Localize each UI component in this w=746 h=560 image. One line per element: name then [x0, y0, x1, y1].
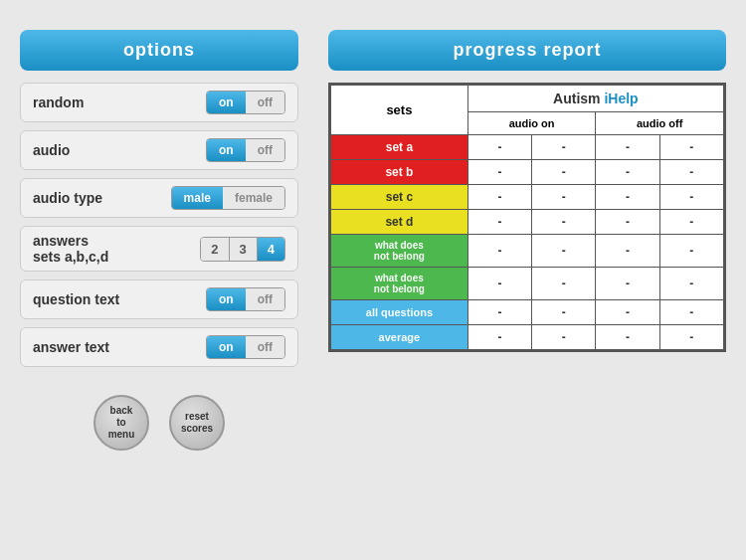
answers-2-button[interactable]: 2 — [201, 238, 229, 261]
table-row-all_questions: all questions---- — [331, 300, 724, 325]
audio-label: audio — [33, 142, 206, 158]
answer-text-on-button[interactable]: on — [207, 336, 246, 358]
set-label-set_a: set a — [331, 135, 468, 160]
set-label-set_c: set c — [331, 185, 468, 210]
back-to-menu-button[interactable]: back to menu — [93, 395, 149, 451]
answer-text-label: answer text — [33, 339, 206, 355]
audio-type-label: audio type — [33, 190, 171, 206]
score-cell-set_b-1: - — [532, 160, 596, 185]
answer-text-off-button[interactable]: off — [246, 336, 284, 358]
table-row-set_c: set c---- — [331, 185, 724, 210]
score-cell-set_c-3: - — [659, 185, 723, 210]
score-cell-set_a-3: - — [659, 135, 723, 160]
progress-table: sets Autism iHelp audio on audio off set… — [330, 85, 724, 350]
answer-text-row: answer text on off — [20, 327, 298, 367]
score-cell-set_d-1: - — [532, 210, 596, 235]
score-cell-what_does_not_belong_1-2: - — [596, 235, 659, 268]
answers-4-button[interactable]: 4 — [258, 238, 284, 261]
random-row: random on off — [20, 83, 298, 122]
score-cell-set_d-0: - — [467, 210, 531, 235]
audio-on-button[interactable]: on — [207, 139, 246, 161]
set-label-what_does_not_belong_2: what does not belong — [331, 268, 468, 300]
score-cell-set_b-2: - — [596, 160, 659, 185]
answers-sets-toggle: 2 3 4 — [200, 237, 285, 262]
reset-scores-button[interactable]: reset scores — [169, 395, 225, 451]
progress-table-wrapper: sets Autism iHelp audio on audio off set… — [328, 83, 726, 352]
score-cell-all_questions-0: - — [467, 300, 531, 325]
answer-text-toggle: on off — [206, 335, 285, 359]
score-cell-what_does_not_belong_2-3: - — [659, 268, 723, 300]
sets-header: sets — [331, 86, 468, 135]
question-text-row: question text on off — [20, 280, 298, 319]
score-cell-set_a-2: - — [596, 135, 659, 160]
score-cell-set_c-2: - — [596, 185, 659, 210]
table-row-set_b: set b---- — [331, 160, 724, 185]
audio-row: audio on off — [20, 130, 298, 170]
score-cell-what_does_not_belong_2-2: - — [596, 268, 659, 300]
score-cell-average-1: - — [532, 325, 596, 350]
score-cell-all_questions-2: - — [596, 300, 659, 325]
score-cell-set_a-0: - — [467, 135, 531, 160]
score-cell-all_questions-1: - — [532, 300, 596, 325]
autism-ihelp-header: Autism iHelp — [467, 86, 723, 112]
score-cell-set_b-0: - — [467, 160, 531, 185]
question-text-label: question text — [33, 291, 206, 307]
score-cell-set_c-0: - — [467, 185, 531, 210]
score-cell-what_does_not_belong_2-1: - — [532, 268, 596, 300]
set-label-average: average — [331, 325, 468, 350]
score-cell-set_d-2: - — [596, 210, 659, 235]
score-cell-set_b-3: - — [659, 160, 723, 185]
question-text-toggle: on off — [206, 287, 285, 311]
table-row-set_d: set d---- — [331, 210, 724, 235]
score-cell-what_does_not_belong_1-1: - — [532, 235, 596, 268]
table-row-set_a: set a---- — [331, 135, 724, 160]
left-panel: options random on off audio on off audio… — [20, 30, 298, 451]
table-row-average: average---- — [331, 325, 724, 350]
score-cell-what_does_not_belong_1-0: - — [467, 235, 531, 268]
progress-report-header: progress report — [328, 30, 726, 71]
audio-type-toggle: male female — [171, 186, 285, 210]
audio-type-male-button[interactable]: male — [172, 187, 223, 209]
table-row-what_does_not_belong_2: what does not belong---- — [331, 268, 724, 300]
set-label-all_questions: all questions — [331, 300, 468, 325]
audio-off-button[interactable]: off — [246, 139, 284, 161]
random-on-button[interactable]: on — [207, 92, 246, 113]
set-label-what_does_not_belong_1: what does not belong — [331, 235, 468, 268]
question-text-off-button[interactable]: off — [246, 288, 284, 310]
audio-on-header: audio on — [467, 112, 596, 135]
question-text-on-button[interactable]: on — [207, 288, 246, 310]
audio-toggle: on off — [206, 138, 285, 162]
main-container: options random on off audio on off audio… — [20, 30, 726, 451]
table-row-what_does_not_belong_1: what does not belong---- — [331, 235, 724, 268]
set-label-set_b: set b — [331, 160, 468, 185]
score-cell-set_d-3: - — [659, 210, 723, 235]
answers-sets-row: answers sets a,b,c,d 2 3 4 — [20, 226, 298, 272]
score-cell-what_does_not_belong_1-3: - — [659, 235, 723, 268]
answers-3-button[interactable]: 3 — [230, 238, 258, 261]
audio-off-header: audio off — [596, 112, 724, 135]
random-label: random — [33, 94, 206, 110]
options-header: options — [20, 30, 298, 71]
score-cell-average-2: - — [596, 325, 659, 350]
score-cell-what_does_not_belong_2-0: - — [467, 268, 531, 300]
score-cell-set_c-1: - — [532, 185, 596, 210]
set-label-set_d: set d — [331, 210, 468, 235]
answers-sets-label: answers sets a,b,c,d — [33, 233, 200, 265]
audio-type-row: audio type male female — [20, 178, 298, 218]
random-off-button[interactable]: off — [246, 92, 284, 113]
score-cell-average-0: - — [467, 325, 531, 350]
right-panel: progress report sets Autism iHelp audio … — [328, 30, 726, 451]
random-toggle: on off — [206, 91, 285, 114]
bottom-buttons: back to menu reset scores — [20, 395, 298, 451]
score-cell-average-3: - — [659, 325, 723, 350]
audio-type-female-button[interactable]: female — [223, 187, 284, 209]
score-cell-all_questions-3: - — [659, 300, 723, 325]
score-cell-set_a-1: - — [532, 135, 596, 160]
